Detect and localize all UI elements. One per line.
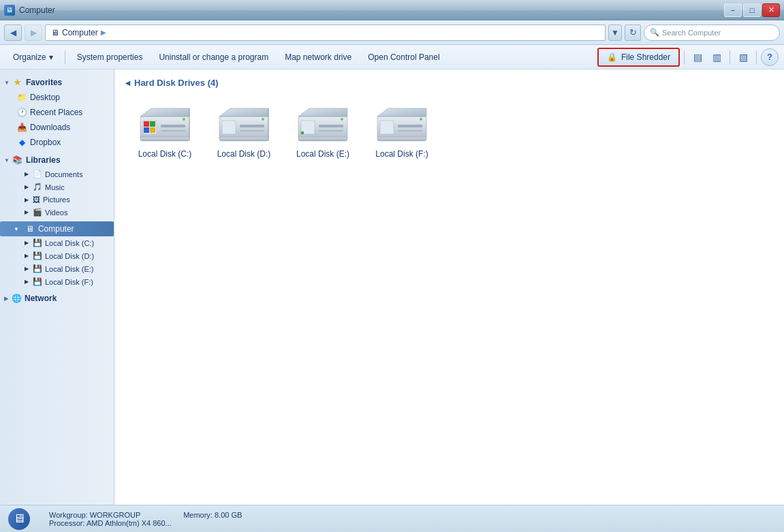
processor-label: Processor: AMD Athlon(tm) X4 860... <box>49 519 172 527</box>
sidebar-item-desktop[interactable]: 📁 Desktop <box>0 90 114 105</box>
libraries-header[interactable]: ▼ 📚 Libraries <box>0 153 114 168</box>
window-controls: − □ ✕ <box>724 3 780 17</box>
view-toggle-button-1[interactable]: ▤ <box>689 48 706 66</box>
close-button[interactable]: ✕ <box>762 3 780 17</box>
disk-item-c[interactable]: Local Disk (C:) <box>131 101 199 163</box>
status-info: Workgroup: WORKGROUP Memory: 8.00 GB Pro… <box>49 511 242 527</box>
svg-rect-34 <box>377 137 426 140</box>
sidebar-item-local-f[interactable]: ▶ 💾 Local Disk (F:) <box>0 275 114 288</box>
search-box[interactable]: 🔍 Search Computer <box>644 25 780 41</box>
expand-arrow-f: ▶ <box>25 279 29 285</box>
svg-rect-4 <box>144 121 149 127</box>
svg-rect-32 <box>398 130 422 131</box>
local-f-label: Local Disk (F:) <box>45 278 93 286</box>
sidebar-item-videos[interactable]: ▶ 🎬 Videos <box>0 206 114 219</box>
svg-rect-31 <box>398 125 422 127</box>
file-shredder-button[interactable]: 🔒 File Shredder <box>597 48 680 67</box>
disk-f-graphic <box>375 106 429 146</box>
disk-item-f[interactable]: Local Disk (F:) <box>368 101 436 163</box>
network-icon: 🌐 <box>11 293 22 304</box>
sidebar-item-pictures[interactable]: ▶ 🖼 Pictures <box>0 193 114 206</box>
expand-arrow-pics: ▶ <box>25 197 29 203</box>
dropbox-icon: ◆ <box>16 137 27 148</box>
sidebar-item-local-c[interactable]: ▶ 💾 Local Disk (C:) <box>0 236 114 249</box>
local-e-label: Local Disk (E:) <box>45 265 94 273</box>
expand-arrow-music: ▶ <box>25 184 29 190</box>
view-toggle-button-2[interactable]: ▥ <box>708 48 725 66</box>
refresh-button[interactable]: ↻ <box>625 25 641 41</box>
network-arrow-icon: ▶ <box>4 296 8 302</box>
disk-e-icon: 💾 <box>33 264 42 273</box>
uninstall-button[interactable]: Uninstall or change a program <box>151 48 276 67</box>
videos-label: Videos <box>45 208 67 217</box>
address-bar: ◀ ▶ 🖥 Computer ▶ ▼ ↻ 🔍 Search Computer <box>0 20 784 45</box>
favorites-header[interactable]: ▼ ★ Favorites <box>0 75 114 90</box>
workgroup-info: Workgroup: WORKGROUP Memory: 8.00 GB <box>49 511 242 519</box>
processor-info: Processor: AMD Athlon(tm) X4 860... <box>49 519 242 527</box>
control-panel-button[interactable]: Open Control Panel <box>360 48 447 67</box>
network-section: ▶ 🌐 Network <box>0 291 114 306</box>
address-text: Computer <box>62 28 98 37</box>
toolbar-separator-2 <box>684 50 685 64</box>
svg-point-18 <box>262 118 264 121</box>
pane-toggle-button[interactable]: ▧ <box>734 48 752 66</box>
system-properties-button[interactable]: System properties <box>69 48 151 67</box>
svg-point-10 <box>183 118 185 121</box>
control-panel-label: Open Control Panel <box>368 52 439 62</box>
disk-c-icon: 💾 <box>33 238 42 247</box>
maximize-button[interactable]: □ <box>743 3 761 17</box>
help-button[interactable]: ? <box>761 48 779 66</box>
sidebar-item-documents[interactable]: ▶ 📄 Documents <box>0 168 114 181</box>
favorites-section: ▼ ★ Favorites 📁 Desktop 🕐 Recent Places … <box>0 75 114 150</box>
workgroup-label: Workgroup: WORKGROUP <box>49 511 140 519</box>
minimize-button[interactable]: − <box>724 3 742 17</box>
sidebar-item-recent-places[interactable]: 🕐 Recent Places <box>0 105 114 120</box>
svg-rect-30 <box>380 121 394 134</box>
address-path[interactable]: 🖥 Computer ▶ <box>45 25 606 41</box>
title-bar: 🖥 Computer − □ ✕ <box>0 0 784 20</box>
sidebar-item-music[interactable]: ▶ 🎵 Music <box>0 181 114 193</box>
window-title: Computer <box>19 5 55 15</box>
back-button[interactable]: ◀ <box>4 25 22 41</box>
expand-arrow-c: ▶ <box>25 240 29 246</box>
svg-rect-24 <box>319 125 343 127</box>
pictures-icon: 🖼 <box>33 195 40 204</box>
sidebar-item-local-d[interactable]: ▶ 💾 Local Disk (D:) <box>0 249 114 262</box>
disk-item-d[interactable]: Local Disk (D:) <box>210 101 278 163</box>
organize-arrow-icon: ▾ <box>49 52 53 62</box>
title-bar-left: 🖥 Computer <box>4 5 55 16</box>
svg-rect-6 <box>144 127 149 133</box>
toolbar: Organize ▾ System properties Uninstall o… <box>0 45 784 69</box>
shredder-icon: 🔒 <box>607 52 617 62</box>
network-header[interactable]: ▶ 🌐 Network <box>0 291 114 306</box>
system-properties-label: System properties <box>77 52 143 62</box>
disk-e-graphic <box>296 106 350 146</box>
videos-icon: 🎬 <box>33 208 42 217</box>
svg-point-26 <box>341 118 343 121</box>
map-network-button[interactable]: Map network drive <box>277 48 359 67</box>
organize-button[interactable]: Organize ▾ <box>5 48 61 67</box>
libraries-label: Libraries <box>26 155 61 165</box>
section-triangle-icon: ◀ <box>125 80 130 87</box>
sidebar-item-dropbox[interactable]: ◆ Dropbox <box>0 135 114 150</box>
local-c-label: Local Disk (C:) <box>45 239 94 247</box>
toolbar-separator-1 <box>65 50 65 64</box>
svg-rect-17 <box>240 130 264 131</box>
address-dropdown-button[interactable]: ▼ <box>608 25 622 41</box>
computer-section: ▼ 🖥 Computer ▶ 💾 Local Disk (C:) ▶ 💾 Loc… <box>0 221 114 288</box>
sidebar-item-downloads[interactable]: 📥 Downloads <box>0 120 114 135</box>
sidebar-item-local-e[interactable]: ▶ 💾 Local Disk (E:) <box>0 262 114 275</box>
expand-arrow-comp: ▼ <box>14 226 19 232</box>
disk-f-label: Local Disk (F:) <box>375 149 428 159</box>
svg-rect-27 <box>298 137 347 140</box>
pictures-label: Pictures <box>43 195 70 204</box>
disk-item-e[interactable]: Local Disk (E:) <box>289 101 357 163</box>
sidebar-item-computer[interactable]: ▼ 🖥 Computer <box>0 221 114 236</box>
hard-disk-label: Hard Disk Drives (4) <box>134 78 219 88</box>
desktop-icon: 📁 <box>16 92 27 103</box>
disk-d-label: Local Disk (D:) <box>217 149 271 159</box>
forward-button[interactable]: ▶ <box>25 25 42 41</box>
dropbox-label: Dropbox <box>30 138 61 147</box>
search-icon: 🔍 <box>650 28 659 37</box>
disk-f-icon: 💾 <box>33 277 42 286</box>
